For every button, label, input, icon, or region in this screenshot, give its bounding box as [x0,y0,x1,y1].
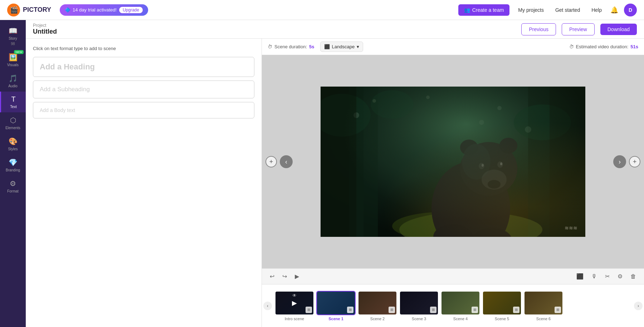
sidebar-item-text[interactable]: T Text [0,92,26,112]
user-avatar[interactable]: D [624,4,637,16]
next-scene-button[interactable]: › [613,155,626,168]
estimated-duration: ⏱ Estimated video duration: 51s [569,44,638,49]
project-label: Project [33,23,57,28]
trial-icon: 🔷 [65,7,70,13]
sidebar-item-elements[interactable]: ⬡ Elements [0,112,26,133]
timeline-scene-6[interactable]: ⊞ Scene 6 [524,291,563,321]
sidebar-item-story[interactable]: 📖 Story 98 [0,23,26,49]
sidebar-styles-label: Styles [8,147,18,151]
estimated-value: 51s [630,44,638,49]
heading-format-item[interactable]: Add a Heading [33,57,254,77]
sidebar-elements-label: Elements [5,126,20,130]
svg-rect-6 [349,87,378,237]
trial-badge: 🔷 14 day trial activated! Upgrade [60,4,148,16]
undo-button[interactable]: ↩ [268,272,277,281]
sidebar-item-styles[interactable]: 🎨 Styles [0,133,26,155]
estimated-label: Estimated video duration: [576,44,629,49]
story-count: 98 [11,42,15,46]
add-scene-left-button[interactable]: + [265,156,277,167]
preview-button[interactable]: Preview [562,23,595,35]
svg-point-8 [321,94,371,137]
timeline-scene-3[interactable]: ⊞ Scene 3 [399,291,439,321]
redo-button[interactable]: ↪ [280,272,289,281]
scene-image: ≋≋≋ [321,87,585,237]
timeline-scene-1[interactable]: ⊞ Scene 1 [316,291,356,321]
add-scene-right-button[interactable]: + [629,156,640,167]
upgrade-button[interactable]: Upgrade [119,6,143,14]
bell-icon: 🔔 [610,6,618,14]
get-started-link[interactable]: Get started [552,7,583,13]
panel-instruction: Click on text format type to add to scen… [33,46,254,51]
timeline-scene-5[interactable]: ⊞ Scene 5 [482,291,522,321]
timeline-scene-intro[interactable]: ▶ ⊞ 👁 Intro scene [275,291,314,321]
scene-intro-layer-icon: ⊞ [306,307,312,313]
svg-point-22 [500,162,502,165]
subheading-format-item[interactable]: Add a Subheading [33,80,254,98]
scene-1-layer-icon: ⊞ [347,307,353,313]
previous-button[interactable]: Previous [521,23,556,35]
trial-text: 14 day trial activated! [73,7,117,13]
clock2-icon: ⏱ [569,44,574,49]
scene-2-thumbnail: ⊞ [358,291,397,315]
svg-point-18 [488,180,501,189]
new-badge: NEW [14,50,24,54]
svg-rect-2 [321,87,585,237]
scene-1-thumbnail: ⊞ [316,291,356,315]
delete-button[interactable]: 🗑 [628,272,638,281]
scene-duration-label: Scene duration: [274,44,307,49]
visuals-icon: 🖼️ [9,53,18,62]
svg-point-19 [479,163,484,169]
my-projects-link[interactable]: My projects [515,7,547,13]
project-header: Project Untitled Previous Preview Downlo… [26,20,644,39]
scissors-button[interactable]: ✂ [603,272,612,281]
timeline-prev-button[interactable]: ‹ [263,302,272,310]
format-icon: ⚙ [10,179,16,188]
scene-6-label: Scene 6 [536,317,551,321]
prev-scene-button[interactable]: ‹ [280,155,293,168]
svg-point-17 [482,170,507,190]
scene-3-thumbnail: ⊞ [399,291,439,315]
svg-text:≋≋≋: ≋≋≋ [565,225,577,231]
scene-2-label: Scene 2 [370,317,385,321]
project-title: Untitled [33,28,57,35]
download-button[interactable]: Download [600,24,637,35]
chevron-down-icon: ▾ [357,44,359,49]
mic-button[interactable]: 🎙 [589,272,599,281]
scene-5-label: Scene 5 [495,317,509,321]
sidebar-item-format[interactable]: ⚙ Format [0,176,26,197]
caption-button[interactable]: ⬛ [574,272,586,281]
scene-4-layer-icon: ⊞ [472,307,478,313]
sidebar-item-branding[interactable]: 💎 Branding [0,155,26,176]
svg-rect-3 [321,87,585,237]
svg-point-10 [371,90,414,119]
scene-3-layer-icon: ⊞ [430,307,436,313]
story-icon: 📖 [9,26,18,35]
svg-point-23 [433,224,473,237]
svg-point-12 [392,212,499,237]
logo[interactable]: 🎬 PICTORY [7,4,51,16]
svg-point-11 [399,212,542,237]
text-icon: T [11,95,15,103]
notification-button[interactable]: 🔔 [610,6,618,14]
landscape-label: Landscape [332,44,355,49]
body-format-item[interactable]: Add a Body text [33,102,254,118]
timeline-scene-2[interactable]: ⊞ Scene 2 [358,291,397,321]
preview-area: ⏱ Scene duration: 5s ⬛ Landscape ▾ ⏱ [262,39,644,327]
settings-button[interactable]: ⚙ [615,272,625,281]
sidebar-item-audio[interactable]: 🎵 Audio [0,70,26,92]
svg-point-14 [460,142,517,196]
help-link[interactable]: Help [589,7,605,13]
svg-rect-32 [321,87,356,237]
create-team-button[interactable]: 👥 Create a team [458,4,510,16]
timeline-scene-4[interactable]: ⊞ Scene 4 [441,291,480,321]
timeline-next-button[interactable]: › [634,302,643,310]
play-button[interactable]: ▶ [293,272,301,281]
sidebar-item-visuals[interactable]: 🖼️ Visuals NEW [0,49,26,70]
sidebar-branding-label: Branding [6,168,20,172]
orientation-selector[interactable]: ⬛ Landscape ▾ [320,42,364,52]
scene-controls: ↩ ↪ ▶ ⬛ 🎙 ✂ ⚙ 🗑 [262,268,644,284]
svg-point-30 [426,96,430,99]
preview-toolbar: ⏱ Scene duration: 5s ⬛ Landscape ▾ ⏱ [262,39,644,55]
timeline: ‹ ▶ ⊞ 👁 [262,284,644,327]
scene-6-layer-icon: ⊞ [555,307,561,313]
